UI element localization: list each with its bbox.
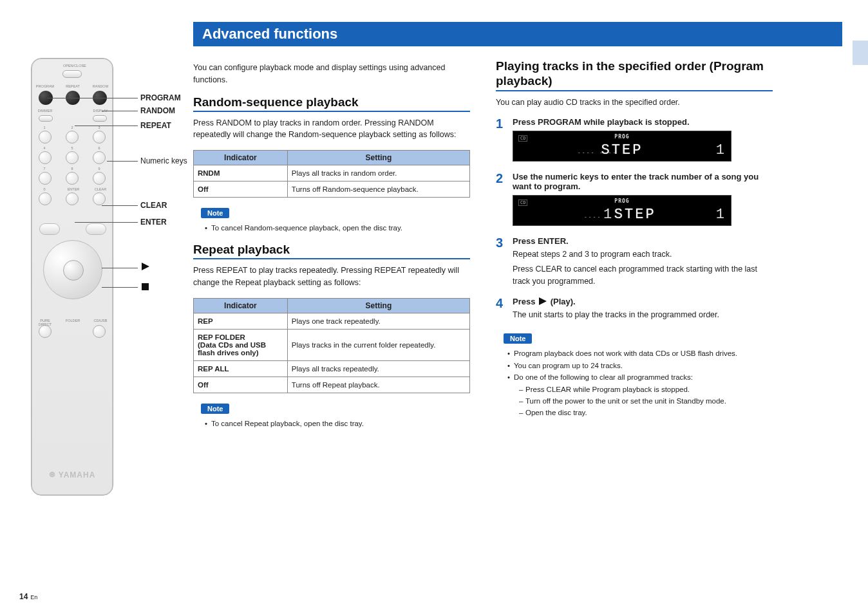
num-4 [39,151,52,164]
random-intro: Press RANDOM to play tracks in random or… [193,117,470,142]
remote-body: OPEN/CLOSE PROGRAM REPEAT RANDOM DIMMER … [31,58,113,496]
remote-diagram: OPEN/CLOSE PROGRAM REPEAT RANDOM DIMMER … [26,26,193,588]
page-number: 14En [19,592,37,601]
random-small-label: RANDOM [91,84,110,88]
step-3: 3 Press ENTER. Repeat steps 2 and 3 to p… [496,236,773,290]
enter-button [66,192,79,205]
num-8 [66,172,79,185]
section-title: Advanced functions [193,22,842,46]
table-row: REP FOLDER (Data CDs and USB flash drive… [194,329,470,360]
play-icon [539,297,547,305]
num-3 [93,131,106,144]
repeat-table: Indicator Setting REP Plays one track re… [193,298,470,393]
play-oval [28,252,44,277]
cdusb-small: CD/USB [91,319,110,322]
random-heading: Random-sequence playback [193,95,470,112]
main-content: Advanced functions You can configure pla… [193,26,842,588]
nav-pad [43,240,102,299]
brand-logo: ⊛ YAMAHA [32,470,113,479]
dimmer-small-label: DIMMER [35,109,55,113]
label-numeric: Numeric keys [140,156,187,165]
display-pill [93,115,107,122]
label-program: PROGRAM [140,93,181,102]
program-heading: Playing tracks in the specified order (P… [496,59,773,91]
num-1 [39,131,52,144]
th-setting: Setting [287,298,469,313]
label-stop-icon [140,283,150,292]
th-setting: Setting [287,151,469,165]
folder-small: FOLDER [64,319,82,322]
label-clear: CLEAR [140,201,167,210]
pure-direct-button [39,325,52,338]
note-tag: Note [201,208,229,218]
step-2: 2 Use the numeric keys to enter the trac… [496,172,773,230]
num-6 [93,151,106,164]
th-indicator: Indicator [194,151,288,165]
enter-small-label: ENTER [64,187,83,191]
open-close-button [62,70,82,78]
next-oval [86,223,106,235]
random-table: Indicator Setting RNDM Plays all tracks … [193,150,470,198]
program-small-label: PROGRAM [35,84,55,88]
label-play-icon [140,263,151,272]
cdusb-button [93,325,106,338]
table-row: Off Turns off Random-sequence playback. [194,181,470,198]
th-indicator: Indicator [194,298,288,313]
open-close-label: OPEN/CLOSE [63,64,82,68]
label-random: RANDOM [140,106,175,115]
label-repeat: REPEAT [140,121,171,130]
table-row: RNDM Plays all tracks in random order. [194,165,470,181]
note-tag: Note [504,333,532,344]
repeat-intro: Press REPEAT to play tracks repeatedly. … [193,265,470,289]
num-9 [93,172,106,185]
random-note: To cancel Random-sequence playback, open… [205,222,470,234]
step-1: 1 Press PROGRAM while playback is stoppe… [496,117,773,165]
display-panel-2: CD PROG ---- 1 STEP 1 [513,195,731,226]
num-2 [66,131,79,144]
label-enter: ENTER [140,218,167,227]
clear-small-label: CLEAR [91,187,110,191]
program-intro: You can play audio CD tracks in the spec… [496,97,773,109]
display-panel-1: CD PROG ---- ---- STEP 1 [513,131,731,162]
prev-oval [39,223,60,235]
num-5 [66,151,79,164]
column-right: Playing tracks in the specified order (P… [496,57,773,588]
table-row: Off Turns off Repeat playback. [194,377,470,393]
note-tag: Note [201,404,229,414]
num-7 [39,172,52,185]
table-row: REP Plays one track repeatedly. [194,313,470,329]
repeat-heading: Repeat playback [193,243,470,259]
step-4: 4 Press (Play). The unit starts to play … [496,297,773,324]
repeat-note: To cancel Repeat playback, open the disc… [205,418,470,429]
step4-title: Press (Play). [513,297,773,306]
dimmer-pill [39,115,53,122]
clear-button [93,192,106,205]
page-root: OPEN/CLOSE PROGRAM REPEAT RANDOM DIMMER … [26,26,842,588]
repeat-small-label: REPEAT [63,84,82,88]
program-notes: Program playback does not work with data… [507,348,773,418]
num-0 [39,192,52,205]
right-accent-bar [853,41,868,65]
intro-text: You can configure playback mode and disp… [193,62,470,86]
column-left: You can configure playback mode and disp… [193,57,470,588]
table-row: REP ALL Plays all tracks repeatedly. [194,360,470,377]
